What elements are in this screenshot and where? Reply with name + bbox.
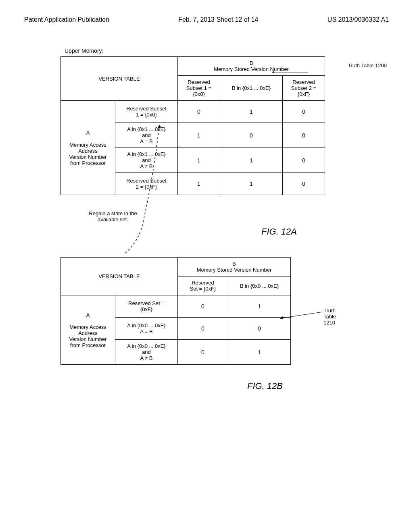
- r2-l2: and: [142, 132, 151, 138]
- r3-l3: A ≠ B: [140, 163, 153, 169]
- col-b2-1210: B in {0x0 ... 0xE}: [228, 276, 291, 295]
- cell-1210-r2c1: 0: [178, 318, 228, 340]
- col-b3-l3: {0xF}: [298, 91, 310, 97]
- r2-l3: A = B: [140, 138, 152, 144]
- row2-label: A in {0x1 ... 0xE} and A = B: [115, 123, 178, 148]
- row4-label: Reserved Subset 2 = {0xF}: [115, 173, 178, 195]
- a-l5: from Processor: [70, 160, 106, 166]
- col-b3-l1: Reserved: [292, 79, 315, 85]
- cell-r2c2: 0: [220, 123, 283, 148]
- cell-1210-r1c1: 0: [178, 295, 228, 318]
- regain-l1: Regain a state in the: [89, 210, 137, 216]
- col-b-subset1: Reserved Subset 1 = {0x0}: [178, 76, 220, 101]
- version-table-header-1210: VERSION TABLE: [61, 258, 178, 295]
- row-a-header-1210: A Memory Access Address Version Number f…: [61, 295, 115, 365]
- cell-1210-r3c2: 1: [228, 340, 291, 365]
- r3-1210-l3: A ≠ B: [140, 355, 153, 361]
- truth-table-1200-label: Truth Table 1200: [292, 66, 397, 76]
- row2-1210-label: A in {0x0 ... 0xE} A = B: [115, 318, 178, 340]
- col-b-line2: Memory Stored Version Number: [214, 66, 289, 72]
- a-l4: Version Number: [69, 154, 106, 160]
- cell-r1c1: 0: [178, 101, 220, 123]
- row3-1210-label: A in {0x0 ... 0xE} and A ≠ B: [115, 340, 178, 365]
- col-b3-l2: Subset 2 =: [291, 85, 317, 91]
- col-b-header-1210: B Memory Stored Version Number: [178, 258, 291, 276]
- a1210-l1: A: [86, 312, 90, 318]
- r2-1210-l2: A = B: [140, 328, 152, 335]
- r2-l1: A in {0x1 ... 0xE}: [127, 126, 165, 132]
- a1210-l5: from Processor: [70, 342, 106, 348]
- r4-l2: 2 = {0xF}: [136, 184, 157, 190]
- cell-r4c2: 1: [220, 173, 283, 195]
- cell-r4c3: 0: [283, 173, 325, 195]
- regain-l2: available set.: [98, 216, 128, 222]
- page-header: Patent Application Publication Feb. 7, 2…: [24, 16, 389, 23]
- header-right: US 2013/0036332 A1: [327, 16, 389, 23]
- r1-1210-l2: {0xF}: [140, 306, 152, 312]
- cell-1210-r2c2: 0: [228, 318, 291, 340]
- col-b1-l1: Reserved: [188, 79, 210, 85]
- r1-l2: 1 = {0x0}: [136, 112, 157, 118]
- truth-table-1200-text: Truth Table 1200: [348, 62, 387, 69]
- cell-r3c1: 1: [178, 148, 220, 173]
- cell-1210-r1c2: 1: [228, 295, 291, 318]
- row-a-header: A Memory Access Address Version Number f…: [61, 101, 115, 195]
- truth-table-1200: VERSION TABLE B Memory Stored Version Nu…: [60, 56, 325, 195]
- tt1210-b: Table: [323, 314, 336, 320]
- cell-r1c3: 0: [283, 101, 325, 123]
- a1210-l3: Address: [78, 330, 98, 336]
- cell-r4c1: 1: [178, 173, 220, 195]
- cell-r2c1: 1: [178, 123, 220, 148]
- r3-1210-l1: A in {0x0 ... 0xE}: [127, 343, 165, 349]
- truth-table-1210: VERSION TABLE B Memory Stored Version Nu…: [60, 257, 291, 365]
- b1210-l1: B: [232, 261, 236, 267]
- r3-l1: A in {0x1 ... 0xE}: [127, 151, 165, 157]
- a1210-l4: Version Number: [69, 336, 106, 342]
- tt1210-c: 1210: [323, 320, 335, 326]
- r4-l1: Reserved Subset: [126, 178, 167, 184]
- col-b-line1: B: [250, 60, 253, 66]
- col-b-range: B in {0x1 ... 0xE}: [220, 76, 283, 101]
- r3-1210-l2: and: [142, 349, 151, 355]
- r1-1210-l1: Reserved Set =: [128, 300, 165, 306]
- b1210-l2: Memory Stored Version Number: [197, 267, 272, 273]
- figure-12b-caption: FIG. 12B: [141, 381, 389, 391]
- row3-label: A in {0x1 ... 0xE} and A ≠ B: [115, 148, 178, 173]
- row1-label: Reserved Subset 1 = {0x0}: [115, 101, 178, 123]
- cell-r3c2: 1: [220, 148, 283, 173]
- cell-r1c2: 1: [220, 101, 283, 123]
- row1-1210-label: Reserved Set = {0xF}: [115, 295, 178, 318]
- col-b1-l2: Subset 1 =: [186, 85, 212, 91]
- cell-r3c3: 0: [283, 148, 325, 173]
- header-left: Patent Application Publication: [24, 16, 109, 23]
- a-l2: Memory Access: [69, 142, 106, 148]
- header-mid: Feb. 7, 2013 Sheet 12 of 14: [178, 16, 258, 23]
- col-b1-l3: {0x0}: [193, 91, 205, 97]
- cell-1210-r3c1: 0: [178, 340, 228, 365]
- figure-12a-caption: FIG. 12A: [169, 227, 389, 237]
- col-b-subset2: Reserved Subset 2 = {0xF}: [283, 76, 325, 101]
- a1210-l2: Memory Access: [69, 324, 106, 330]
- page: Patent Application Publication Feb. 7, 2…: [0, 0, 413, 532]
- b1-1210-l2: Set = {0xF}: [190, 286, 216, 292]
- truth-table-1210-label: Truth Table 1210: [316, 306, 381, 334]
- r1-l1: Reserved Subset: [126, 106, 167, 112]
- a-l3: Address: [78, 148, 98, 154]
- a-l1: A: [86, 130, 90, 136]
- cell-r2c3: 0: [283, 123, 325, 148]
- upper-memory-label: Upper Memory:: [65, 48, 389, 54]
- tt1210-a: Truth: [323, 308, 336, 314]
- col-b1-1210: Reserved Set = {0xF}: [178, 276, 228, 295]
- regain-note: Regain a state in the available set.: [73, 210, 153, 222]
- r2-1210-l1: A in {0x0 ... 0xE}: [127, 322, 165, 328]
- version-table-header: VERSION TABLE: [61, 57, 178, 101]
- r3-l2: and: [142, 157, 151, 163]
- b1-1210-l1: Reserved: [192, 280, 214, 286]
